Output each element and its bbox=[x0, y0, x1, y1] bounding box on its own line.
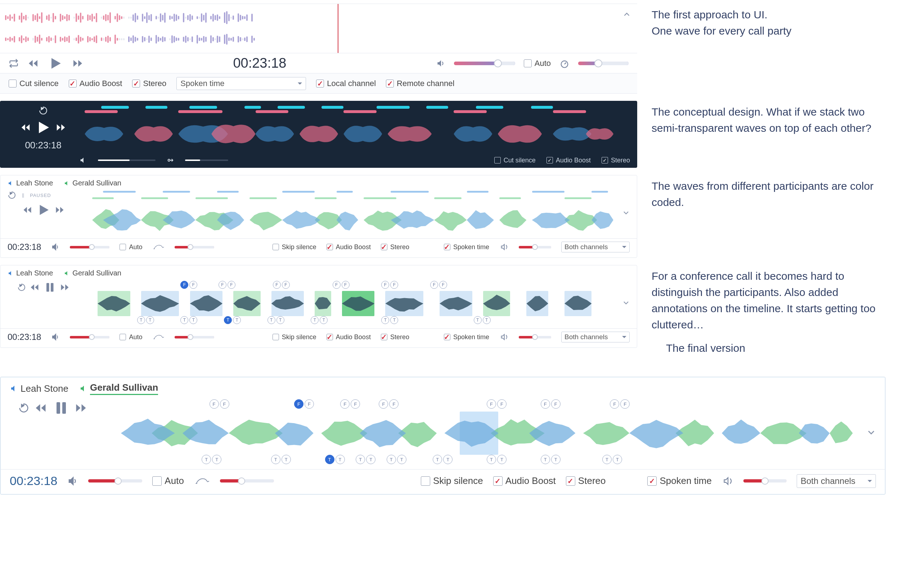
speed-slider[interactable] bbox=[578, 62, 628, 65]
remote-channel-checkbox[interactable]: Remote channel bbox=[386, 79, 454, 88]
volume-icon[interactable] bbox=[67, 476, 78, 486]
skip-silence-checkbox[interactable]: Skip silence bbox=[273, 334, 317, 341]
volume-icon[interactable] bbox=[51, 243, 60, 251]
rewind-icon[interactable] bbox=[20, 122, 31, 133]
rewind-icon[interactable] bbox=[22, 205, 33, 215]
balance-slider[interactable] bbox=[743, 479, 787, 483]
balance-icon[interactable] bbox=[722, 476, 733, 486]
caption: The waves from different participants ar… bbox=[637, 175, 893, 210]
stereo-checkbox[interactable]: Stereo bbox=[566, 475, 606, 486]
stereo-checkbox[interactable]: Stereo bbox=[381, 334, 409, 341]
waveform-track[interactable] bbox=[0, 4, 637, 53]
balance-icon[interactable] bbox=[499, 333, 509, 341]
auto-checkbox[interactable]: Auto bbox=[119, 334, 142, 341]
mode-select[interactable]: Spoken time bbox=[176, 77, 306, 90]
participant-gerald[interactable]: Gerald Sullivan bbox=[64, 179, 121, 187]
speed-slider[interactable] bbox=[185, 160, 228, 161]
speed-icon[interactable] bbox=[166, 156, 174, 164]
svg-rect-4 bbox=[56, 402, 60, 414]
volume-slider[interactable] bbox=[70, 246, 109, 248]
stereo-checkbox[interactable]: Stereo bbox=[602, 157, 630, 164]
audio-boost-checkbox[interactable]: Audio Boost bbox=[69, 79, 123, 88]
forward-icon[interactable] bbox=[72, 57, 84, 69]
balance-slider[interactable] bbox=[519, 336, 551, 338]
participant-gerald[interactable]: Gerald Sullivan bbox=[64, 269, 121, 277]
participant-leah[interactable]: Leah Stone bbox=[10, 383, 68, 394]
forward-icon[interactable] bbox=[60, 282, 70, 292]
play-icon[interactable] bbox=[34, 119, 52, 136]
player-final: Leah Stone Gerald Sullivan FFFFFFFFFFFFF… bbox=[0, 377, 886, 495]
caption: The first approach to UI.One wave for ev… bbox=[637, 4, 893, 39]
pause-icon[interactable] bbox=[52, 399, 70, 417]
local-channel-checkbox[interactable]: Local channel bbox=[316, 79, 376, 88]
speed-icon[interactable] bbox=[559, 58, 569, 68]
skip-silence-checkbox[interactable]: Skip silence bbox=[273, 244, 317, 251]
channels-select[interactable]: Both channels bbox=[561, 242, 630, 253]
status-paused: PAUSED bbox=[30, 192, 51, 198]
volume-icon[interactable] bbox=[51, 333, 60, 341]
spoken-time-checkbox[interactable]: Spoken time bbox=[647, 475, 712, 486]
speed-slider[interactable] bbox=[220, 479, 274, 483]
expand-icon[interactable] bbox=[866, 427, 877, 439]
expand-icon[interactable] bbox=[622, 298, 630, 309]
volume-slider[interactable] bbox=[98, 160, 155, 161]
cut-silence-checkbox[interactable]: Cut silence bbox=[494, 157, 536, 164]
participant-leah[interactable]: Leah Stone bbox=[8, 179, 53, 187]
speed-slider[interactable] bbox=[175, 246, 214, 248]
audio-boost-checkbox[interactable]: Audio Boost bbox=[326, 334, 371, 341]
volume-slider[interactable] bbox=[88, 479, 142, 483]
participant-leah[interactable]: Leah Stone bbox=[8, 269, 53, 277]
rewind-icon[interactable] bbox=[27, 57, 39, 69]
time-display: 00:23:18 bbox=[233, 56, 286, 71]
replay-icon[interactable] bbox=[19, 403, 29, 413]
volume-slider[interactable] bbox=[454, 62, 515, 65]
expand-icon[interactable] bbox=[622, 208, 630, 219]
balance-icon[interactable] bbox=[499, 243, 509, 251]
volume-icon[interactable] bbox=[79, 156, 87, 164]
forward-icon[interactable] bbox=[56, 122, 66, 133]
svg-point-1 bbox=[168, 159, 170, 161]
time-display: 00:23:18 bbox=[8, 332, 41, 342]
auto-checkbox[interactable]: Auto bbox=[152, 475, 184, 486]
loop-icon[interactable] bbox=[9, 58, 19, 68]
speed-icon[interactable] bbox=[152, 243, 164, 251]
speed-icon[interactable] bbox=[194, 476, 210, 486]
participant-gerald[interactable]: Gerald Sullivan bbox=[79, 382, 158, 395]
skip-silence-checkbox[interactable]: Skip silence bbox=[421, 475, 483, 486]
pause-icon[interactable] bbox=[43, 281, 56, 294]
time-display: 00:23:18 bbox=[8, 242, 41, 252]
auto-checkbox[interactable]: Auto bbox=[119, 244, 142, 251]
play-icon[interactable] bbox=[36, 202, 51, 217]
play-icon[interactable] bbox=[48, 56, 64, 71]
forward-icon[interactable] bbox=[55, 205, 65, 215]
svg-rect-3 bbox=[51, 283, 54, 292]
replay-icon[interactable] bbox=[8, 191, 16, 200]
svg-point-0 bbox=[561, 61, 568, 68]
balance-slider[interactable] bbox=[519, 246, 551, 248]
audio-boost-checkbox[interactable]: Audio Boost bbox=[546, 157, 591, 164]
stereo-checkbox[interactable]: Stereo bbox=[381, 244, 409, 251]
spoken-time-checkbox[interactable]: Spoken time bbox=[444, 244, 489, 251]
speed-icon[interactable] bbox=[152, 333, 164, 341]
channels-select[interactable]: Both channels bbox=[797, 474, 876, 488]
replay-icon[interactable] bbox=[39, 106, 48, 115]
caption: The conceptual design. What if we stack … bbox=[637, 101, 893, 136]
cut-silence-checkbox[interactable]: Cut silence bbox=[9, 79, 59, 88]
volume-slider[interactable] bbox=[70, 336, 109, 338]
audio-boost-checkbox[interactable]: Audio Boost bbox=[326, 244, 371, 251]
speed-slider[interactable] bbox=[175, 336, 214, 338]
time-display: 00:23:18 bbox=[25, 140, 61, 151]
stereo-checkbox[interactable]: Stereo bbox=[132, 79, 166, 88]
caption: The final version bbox=[652, 337, 753, 356]
replay-icon[interactable] bbox=[17, 283, 26, 292]
spoken-time-checkbox[interactable]: Spoken time bbox=[444, 334, 489, 341]
rewind-icon[interactable] bbox=[34, 402, 47, 414]
channels-select[interactable]: Both channels bbox=[561, 332, 630, 343]
auto-checkbox[interactable]: Auto bbox=[524, 59, 551, 68]
svg-rect-5 bbox=[62, 402, 66, 414]
audio-boost-checkbox[interactable]: Audio Boost bbox=[493, 475, 556, 486]
rewind-icon[interactable] bbox=[29, 282, 40, 292]
forward-icon[interactable] bbox=[74, 402, 87, 414]
volume-icon[interactable] bbox=[436, 59, 445, 68]
collapse-icon[interactable] bbox=[622, 10, 632, 20]
